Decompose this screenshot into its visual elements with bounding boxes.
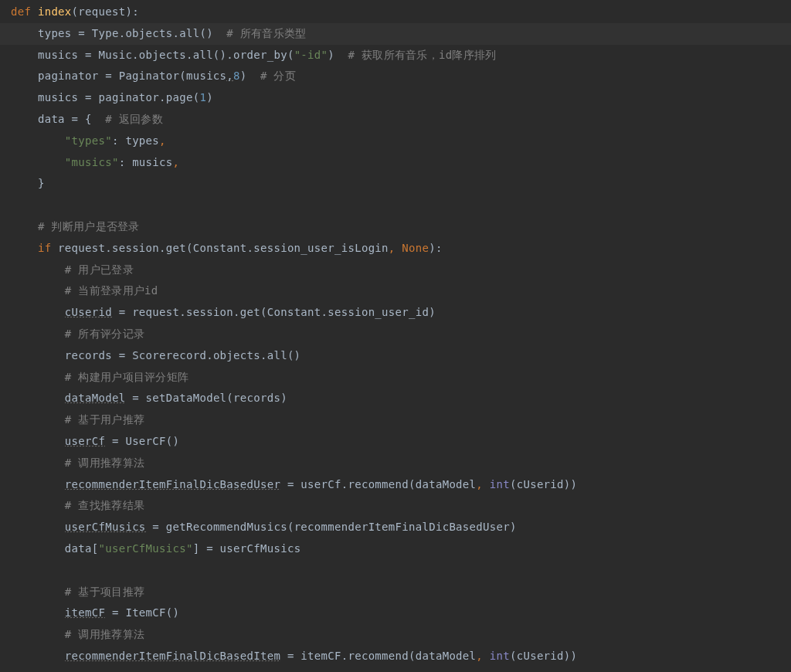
code-text: paginator = Paginator(musics [38,70,226,82]
code-line-highlighted[interactable]: types = Type.objects.all() # 所有音乐类型 [0,23,791,45]
code-line[interactable]: # 构建用户项目评分矩阵 [11,367,791,389]
string: "-id" [294,49,328,61]
indent [11,242,38,254]
code-line[interactable]: records = Scorerecord.objects.all() [11,345,791,367]
code-text: records = Scorerecord.objects.all() [65,349,301,361]
comma: , [173,156,180,168]
code-text: = setDataModel(records) [125,392,287,404]
code-text: : musics [119,156,173,168]
comment: # 用户已登录 [65,263,134,276]
comment: # 所有音乐类型 [226,27,306,39]
variable-underlined: dataModel [65,392,126,404]
code-line[interactable]: data["userCfMusics"] = userCfMusics [11,538,791,560]
colon: : [132,5,139,18]
indent [11,306,65,318]
comment: # 调用推荐算法 [65,628,144,640]
code-text: = userCf.recommend(dataModel [280,478,476,490]
comma: , [389,242,402,254]
code-line[interactable]: itemCF = ItemCF() [11,602,791,624]
number: 8 [233,70,240,82]
indent [11,134,65,147]
indent [11,456,65,469]
code-line[interactable]: # 用户已登录 [11,260,791,281]
code-line[interactable]: # 基于用户推荐 [11,409,791,431]
code-line[interactable]: musics = Music.objects.all().order_by("-… [11,45,791,66]
comment: # 分页 [260,70,296,82]
code-line[interactable]: paginator = Paginator(musics,8) # 分页 [11,66,791,87]
code-line-empty[interactable] [11,560,791,582]
variable-underlined: recommenderItemFinalDicBasedItem [65,650,280,662]
code-line[interactable]: # 调用推荐算法 [11,453,791,474]
code-line[interactable]: userCf = UserCF() [11,431,791,453]
indent [11,413,65,426]
code-text: ) [240,70,260,82]
code-line[interactable]: cUserid = request.session.get(Constant.s… [11,302,791,324]
warning-underline: , [226,70,233,82]
code-text: = getRecommendMusics(recommenderItemFina… [146,521,517,533]
comment: # 判断用户是否登录 [38,220,140,232]
comma: , [476,478,489,490]
indent [11,650,65,662]
indent [11,177,38,189]
variable-underlined: recommenderItemFinalDicBasedUser [65,478,280,490]
code-line[interactable]: dataModel = setDataModel(records) [11,388,791,409]
code-text: request.session.get(Constant.session_use… [58,242,389,254]
code-line[interactable]: # 当前登录用户id [11,280,791,302]
code-line[interactable]: "types": types, [11,131,791,152]
comment: # 所有评分记录 [65,328,144,340]
comment: # 基于项目推荐 [65,585,144,598]
code-line[interactable]: musics = paginator.page(1) [11,87,791,109]
comma: , [159,134,166,147]
indent [11,542,65,555]
code-text: (cUserid)) [510,650,577,662]
code-editor[interactable]: def index(request): types = Type.objects… [11,2,791,667]
builtin-int: int [490,650,510,662]
code-text: ): [429,242,442,254]
indent [11,371,65,383]
code-text: types = Type.objects.all() [38,27,226,39]
builtin-int: int [490,478,510,490]
code-text: ] = userCfMusics [193,542,301,555]
indent [11,70,38,82]
comment: # 查找推荐结果 [65,499,144,511]
indent [11,49,38,61]
code-line[interactable]: # 基于项目推荐 [11,582,791,603]
code-line[interactable]: userCfMusics = getRecommendMusics(recomm… [11,517,791,538]
code-line[interactable]: # 查找推荐结果 [11,495,791,517]
string-key: "userCfMusics" [99,542,193,555]
comment: # 构建用户项目评分矩阵 [65,371,188,383]
indent [11,606,65,619]
code-text: } [38,177,45,189]
indent [11,628,65,640]
keyword-if: if [38,242,58,254]
code-line[interactable]: # 调用推荐算法 [11,624,791,646]
code-line-empty[interactable] [11,195,791,216]
indent [11,113,38,125]
indent [11,499,65,511]
code-line[interactable]: "musics": musics, [11,152,791,174]
variable-underlined: itemCF [65,606,105,619]
indent [11,263,65,276]
code-line[interactable]: recommenderItemFinalDicBasedItem = itemC… [11,646,791,667]
indent [11,585,65,598]
indent [11,220,38,232]
keyword-def: def [11,5,38,18]
code-text: = UserCF() [105,435,179,447]
number: 1 [199,91,206,104]
code-line[interactable]: # 所有评分记录 [11,324,791,345]
code-line[interactable]: } [11,173,791,195]
code-line[interactable]: if request.session.get(Constant.session_… [11,238,791,260]
code-text: = itemCF.recommend(dataModel [280,650,476,662]
code-line[interactable]: recommenderItemFinalDicBasedUser = userC… [11,474,791,496]
code-text: (cUserid)) [510,478,577,490]
comment: # 基于用户推荐 [65,413,144,426]
variable-underlined: cUserid [65,306,112,318]
params: (request) [72,5,133,18]
function-name: index [38,5,72,18]
code-line[interactable]: def index(request): [11,2,791,23]
code-line[interactable]: data = { # 返回参数 [11,109,791,131]
string-key: "musics" [65,156,119,168]
indent [11,156,65,168]
code-text: : types [112,134,159,147]
code-line[interactable]: # 判断用户是否登录 [11,216,791,238]
